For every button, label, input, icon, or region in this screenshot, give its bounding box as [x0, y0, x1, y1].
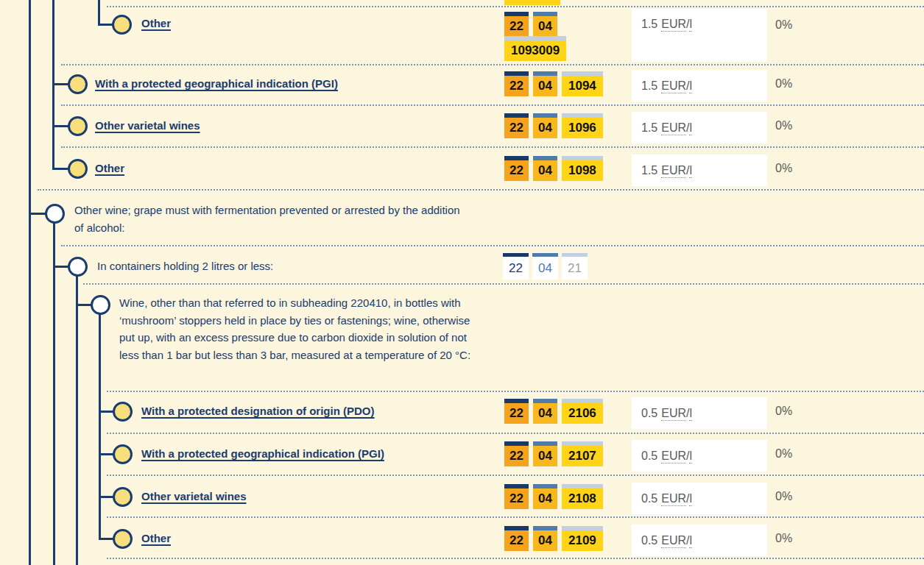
nomenclature-link[interactable]: With a protected designation of origin (… [141, 405, 375, 418]
unit-abbr: l [689, 407, 692, 421]
currency-abbr: EUR [661, 121, 686, 135]
duty-percentage: 0% [775, 405, 792, 418]
code-suffix-badge: 1094 [562, 71, 603, 96]
code-badges: 22 04 1096 [504, 113, 603, 138]
code-heading-badge: 22 [504, 71, 529, 96]
truncated-code-badge [504, 0, 560, 5]
nomenclature-heading: Wine, other than that referred to in sub… [119, 294, 487, 363]
currency-abbr: EUR [661, 449, 686, 463]
duty-rate: 1.5EUR/l [641, 79, 692, 93]
duty-cell: 1.5EUR/l [632, 9, 767, 62]
collapse-toggle[interactable] [45, 204, 65, 224]
code-heading-badge: 22 [504, 12, 529, 37]
unit-abbr: l [689, 18, 692, 32]
nomenclature-link[interactable]: With a protected geographical indication… [95, 77, 338, 90]
code-suffix-badge: 2108 [562, 484, 603, 509]
leaf-node-marker [68, 159, 88, 179]
leaf-node-marker [112, 15, 132, 35]
code-badges: 22 04 2108 [504, 484, 603, 509]
tree-connector [29, 213, 46, 215]
code-suffix-box: 21 [562, 253, 588, 280]
leaf-node-marker [113, 444, 133, 464]
code-badges: 22 04 [504, 12, 557, 37]
tree-line-vertical [98, 0, 100, 26]
nomenclature-heading: Other wine; grape must with fermentation… [74, 202, 472, 237]
leaf-node-marker [113, 529, 133, 549]
code-subheading-badge: 04 [533, 526, 557, 551]
currency-abbr: EUR [661, 492, 686, 506]
collapse-toggle[interactable] [91, 295, 110, 315]
unit-abbr: l [689, 449, 692, 463]
duty-cell: 0.5EUR/l [632, 397, 767, 429]
code-heading-badge: 22 [504, 526, 529, 551]
code-suffix-badge: 2106 [562, 399, 603, 424]
unit-abbr: l [689, 492, 692, 506]
row-separator [107, 475, 924, 476]
tree-connector [99, 453, 114, 455]
duty-rate: 1.5EUR/l [641, 164, 692, 177]
duty-cell: 1.5EUR/l [632, 70, 767, 102]
tree-connector [53, 266, 69, 268]
nomenclature-link[interactable]: Other [95, 162, 124, 175]
duty-percentage: 0% [775, 77, 792, 90]
code-suffix-badge: 1093009 [504, 36, 566, 61]
duty-percentage: 0% [775, 532, 792, 545]
currency-abbr: EUR [661, 534, 686, 548]
tree-connector [52, 168, 69, 170]
tree-line-vertical [53, 222, 55, 565]
code-badges: 1093009 [504, 36, 566, 61]
tree-connector [76, 304, 92, 306]
tariff-nomenclature-tree: Other 22 04 1093009 1.5EUR/l 0% With a p… [0, 0, 924, 565]
nomenclature-link[interactable]: Other [141, 17, 171, 30]
code-heading-badge: 22 [504, 399, 529, 424]
tree-connector [98, 24, 113, 26]
code-suffix-badge: 1096 [562, 113, 603, 138]
tree-line-vertical [76, 275, 78, 565]
currency-abbr: EUR [661, 407, 686, 421]
tree-line-vertical [99, 313, 101, 540]
row-separator [107, 391, 924, 392]
code-heading-box: 22 [503, 253, 529, 280]
duty-rate: 1.5EUR/l [641, 121, 692, 135]
duty-percentage: 0% [775, 447, 792, 461]
code-heading-badge: 22 [504, 441, 529, 466]
nomenclature-link[interactable]: Other [141, 532, 171, 545]
nomenclature-link[interactable]: With a protected geographical indication… [141, 447, 384, 461]
code-badges: 22 04 2109 [504, 526, 603, 551]
nomenclature-link[interactable]: Other varietal wines [95, 119, 200, 132]
code-boxes: 22 04 21 [503, 253, 588, 280]
row-separator [107, 558, 924, 559]
nomenclature-link[interactable]: Other varietal wines [141, 490, 247, 503]
unit-abbr: l [689, 164, 692, 178]
unit-abbr: l [689, 79, 692, 93]
code-subheading-badge: 04 [533, 399, 557, 424]
code-badges: 22 04 2106 [504, 399, 603, 424]
duty-percentage: 0% [775, 18, 792, 32]
code-subheading-badge: 04 [533, 441, 557, 466]
currency-abbr: EUR [661, 18, 686, 32]
row-separator [61, 64, 924, 65]
duty-cell: 0.5EUR/l [632, 525, 767, 556]
row-separator [107, 6, 924, 7]
tree-connector [52, 83, 69, 85]
code-subheading-badge: 04 [533, 12, 557, 37]
row-separator [107, 516, 924, 518]
leaf-node-marker [113, 487, 133, 507]
duty-rate: 0.5EUR/l [641, 534, 692, 547]
code-subheading-box: 04 [532, 253, 558, 280]
duty-rate: 0.5EUR/l [641, 407, 692, 420]
duty-cell: 1.5EUR/l [632, 154, 767, 186]
duty-percentage: 0% [775, 490, 792, 503]
row-separator [61, 146, 924, 148]
row-separator [107, 433, 924, 434]
collapse-toggle[interactable] [68, 257, 88, 277]
code-subheading-badge: 04 [533, 156, 557, 181]
code-suffix-badge: 2107 [562, 441, 603, 466]
nomenclature-heading: In containers holding 2 litres or less: [97, 257, 273, 275]
unit-abbr: l [689, 121, 692, 135]
code-heading-badge: 22 [504, 113, 529, 138]
currency-abbr: EUR [661, 79, 686, 93]
code-subheading-badge: 04 [533, 484, 557, 509]
duty-cell: 0.5EUR/l [632, 440, 767, 472]
leaf-node-marker [68, 74, 88, 94]
